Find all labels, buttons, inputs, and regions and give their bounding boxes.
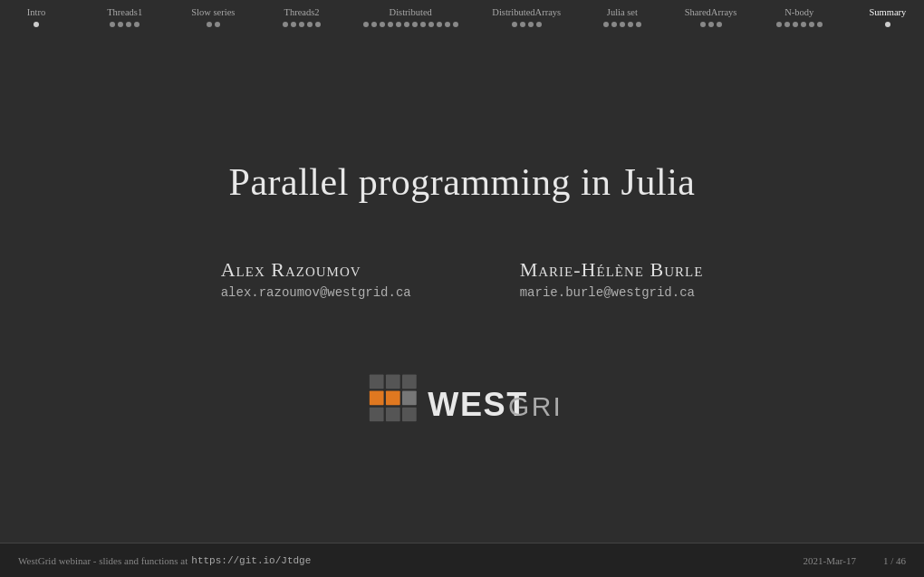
authors-row: Alex Razoumov alex.razoumov@westgrid.ca … bbox=[221, 258, 704, 300]
dot bbox=[307, 22, 313, 27]
dot bbox=[291, 22, 296, 27]
svg-rect-4 bbox=[370, 407, 384, 421]
bottom-bar: WestGrid webinar - slides and functions … bbox=[0, 543, 924, 577]
nav-label-threads2: Threads2 bbox=[284, 7, 319, 17]
svg-rect-6 bbox=[402, 374, 417, 389]
dot bbox=[700, 22, 706, 27]
dot bbox=[315, 22, 321, 27]
dot bbox=[536, 22, 542, 27]
dot bbox=[528, 22, 534, 27]
slide-content: Parallel programming in Julia Alex Razou… bbox=[0, 54, 924, 541]
dot bbox=[404, 22, 409, 27]
svg-rect-7 bbox=[402, 390, 417, 405]
dot bbox=[628, 22, 633, 27]
dot bbox=[363, 22, 369, 27]
dot bbox=[453, 22, 458, 27]
nav-dots-threads1 bbox=[110, 22, 140, 27]
footer-text: WestGrid webinar - slides and functions … bbox=[18, 555, 188, 566]
author-block-alex: Alex Razoumov alex.razoumov@westgrid.ca bbox=[221, 258, 411, 300]
dot bbox=[380, 22, 385, 27]
nav-dots-threads2 bbox=[283, 22, 321, 27]
author-name-alex: Alex Razoumov bbox=[221, 258, 361, 282]
nav-label-n-body: N-body bbox=[784, 7, 813, 17]
nav-dots-julia-set bbox=[603, 22, 641, 27]
dot bbox=[793, 22, 798, 27]
nav-item-summary[interactable]: Summary bbox=[861, 7, 915, 27]
nav-label-intro: Intro bbox=[27, 7, 45, 17]
dot bbox=[784, 22, 790, 27]
dot bbox=[207, 22, 212, 27]
dot bbox=[620, 22, 625, 27]
author-email-alex: alex.razoumov@westgrid.ca bbox=[221, 285, 411, 300]
footer-page: 1 / 46 bbox=[883, 555, 906, 566]
nav-item-slow-series[interactable]: Slow series bbox=[186, 7, 240, 27]
dot bbox=[636, 22, 641, 27]
nav-label-julia-set: Julia set bbox=[607, 7, 638, 17]
nav-label-slow-series: Slow series bbox=[191, 7, 235, 17]
nav-bar: Intro Threads1 Slow series Threads2 bbox=[0, 0, 924, 27]
nav-label-summary: Summary bbox=[869, 7, 906, 17]
nav-dots-slow-series bbox=[207, 22, 220, 27]
nav-dots-distributed bbox=[363, 22, 458, 27]
author-email-marie: marie.burle@westgrid.ca bbox=[520, 285, 695, 300]
dot bbox=[512, 22, 517, 27]
nav-item-n-body[interactable]: N-body bbox=[772, 7, 826, 27]
nav-label-threads1: Threads1 bbox=[107, 7, 142, 17]
dot bbox=[420, 22, 426, 27]
dot bbox=[437, 22, 442, 27]
nav-dots-distributed-arrays bbox=[512, 22, 542, 27]
westgrid-svg: WEST GRID bbox=[362, 363, 562, 436]
dot bbox=[428, 22, 434, 27]
svg-text:GRID: GRID bbox=[508, 391, 562, 421]
dot bbox=[396, 22, 401, 27]
nav-item-threads1[interactable]: Threads1 bbox=[98, 7, 152, 27]
dot bbox=[520, 22, 525, 27]
dot bbox=[126, 22, 131, 27]
dot bbox=[110, 22, 115, 27]
footer-right-group: 2021-Mar-17 1 / 46 bbox=[804, 555, 907, 566]
slide-title: Parallel programming in Julia bbox=[229, 160, 696, 204]
nav-label-distributed: Distributed bbox=[390, 7, 432, 17]
dot bbox=[134, 22, 140, 27]
dot bbox=[817, 22, 823, 27]
author-name-marie: Marie-Hélène Burle bbox=[520, 258, 704, 282]
dot bbox=[603, 22, 609, 27]
dot bbox=[215, 22, 220, 27]
dot bbox=[118, 22, 123, 27]
dot bbox=[809, 22, 814, 27]
nav-item-intro[interactable]: Intro bbox=[9, 7, 63, 27]
svg-rect-8 bbox=[402, 407, 417, 421]
footer-date: 2021-Mar-17 bbox=[804, 555, 856, 566]
nav-item-julia-set[interactable]: Julia set bbox=[595, 7, 650, 27]
dot bbox=[717, 22, 722, 27]
dot bbox=[885, 22, 890, 27]
nav-dots-summary bbox=[885, 22, 890, 27]
svg-rect-5 bbox=[386, 407, 400, 421]
svg-rect-1 bbox=[386, 374, 400, 389]
dot bbox=[801, 22, 806, 27]
dot bbox=[299, 22, 304, 27]
dot bbox=[708, 22, 714, 27]
dot bbox=[388, 22, 393, 27]
dot bbox=[283, 22, 288, 27]
svg-rect-2 bbox=[370, 390, 384, 405]
nav-dots-intro bbox=[34, 22, 39, 27]
dot bbox=[34, 22, 39, 27]
footer-link: https://git.io/Jtdge bbox=[191, 555, 311, 566]
nav-dots-n-body bbox=[776, 22, 823, 27]
svg-rect-3 bbox=[386, 390, 400, 405]
westgrid-logo: WEST GRID bbox=[362, 363, 562, 436]
dot bbox=[445, 22, 450, 27]
nav-label-distributed-arrays: DistributedArrays bbox=[492, 7, 561, 17]
dot bbox=[412, 22, 418, 27]
nav-item-shared-arrays[interactable]: SharedArrays bbox=[684, 7, 738, 27]
nav-item-distributed-arrays[interactable]: DistributedArrays bbox=[492, 7, 561, 27]
dot bbox=[611, 22, 617, 27]
footer-left: WestGrid webinar - slides and functions … bbox=[18, 555, 311, 566]
dot bbox=[776, 22, 782, 27]
nav-label-shared-arrays: SharedArrays bbox=[685, 7, 737, 17]
nav-item-threads2[interactable]: Threads2 bbox=[274, 7, 329, 27]
nav-item-distributed[interactable]: Distributed bbox=[363, 7, 458, 27]
dot bbox=[371, 22, 377, 27]
nav-dots-shared-arrays bbox=[700, 22, 722, 27]
